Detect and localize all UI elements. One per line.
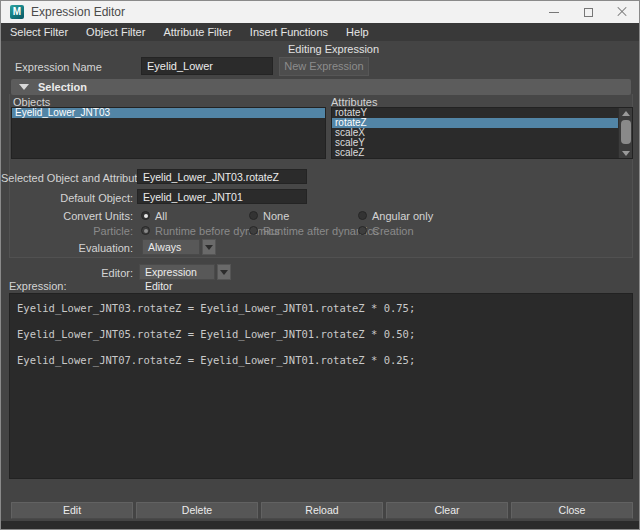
- attributes-list-item[interactable]: rotateY: [332, 108, 618, 118]
- scroll-down-button[interactable]: [619, 148, 633, 158]
- radio-runtime-before-dynamics: [141, 226, 150, 235]
- particle-label: Particle:: [1, 225, 133, 237]
- close-icon: [617, 7, 627, 17]
- radio-convert-angular-only[interactable]: [358, 211, 367, 220]
- scrollbar-thumb[interactable]: [621, 120, 631, 144]
- radio-convert-angular-only-label: Angular only: [372, 210, 433, 222]
- editor-label: Editor:: [1, 267, 133, 279]
- arrow-up-icon: [622, 111, 630, 116]
- default-object-input[interactable]: [137, 189, 307, 204]
- radio-creation: [358, 226, 367, 235]
- selection-section-header[interactable]: Selection: [11, 79, 631, 95]
- attributes-list-item[interactable]: scaleZ: [332, 148, 618, 158]
- editor-dropdown[interactable]: Expression Editor: [139, 264, 215, 280]
- expression-editor-window: M Expression Editor Select Filter Object…: [0, 0, 640, 530]
- maximize-icon: [584, 8, 593, 17]
- menu-bar: Select Filter Object Filter Attribute Fi…: [1, 23, 639, 41]
- radio-convert-none-label: None: [263, 210, 289, 222]
- convert-units-label: Convert Units:: [1, 210, 133, 222]
- edit-button[interactable]: Edit: [11, 502, 133, 519]
- menu-object-filter[interactable]: Object Filter: [77, 23, 154, 41]
- window-title: Expression Editor: [31, 5, 125, 19]
- clear-button[interactable]: Clear: [386, 502, 508, 519]
- default-object-label: Default Object:: [1, 192, 133, 204]
- attributes-scrollbar[interactable]: [618, 108, 632, 158]
- close-action-button[interactable]: Close: [511, 502, 633, 519]
- selected-object-attribute-label: Selected Object and Attribute:: [1, 172, 133, 184]
- attributes-list-item[interactable]: rotateZ: [332, 118, 618, 128]
- collapse-triangle-icon: [19, 84, 29, 90]
- close-button[interactable]: [605, 1, 639, 23]
- editing-expression-label: Editing Expression: [288, 43, 379, 55]
- expression-name-input[interactable]: [141, 57, 273, 75]
- maximize-button[interactable]: [571, 1, 605, 23]
- delete-button[interactable]: Delete: [136, 502, 258, 519]
- selected-object-attribute-input[interactable]: [137, 169, 307, 184]
- editor-dropdown-arrow[interactable]: [217, 264, 231, 280]
- radio-creation-label: Creation: [372, 225, 414, 237]
- evaluation-label: Evaluation:: [1, 242, 133, 254]
- maya-app-icon: M: [10, 5, 24, 19]
- chevron-down-icon: [205, 245, 213, 250]
- evaluation-dropdown-arrow[interactable]: [202, 239, 216, 255]
- minimize-icon: [549, 12, 559, 13]
- arrow-down-icon: [622, 151, 630, 156]
- minimize-button[interactable]: [537, 1, 571, 23]
- objects-list[interactable]: Eyelid_Lower_JNT03: [11, 107, 326, 159]
- window-controls: [537, 1, 639, 23]
- reload-button[interactable]: Reload: [261, 502, 383, 519]
- menu-help[interactable]: Help: [337, 23, 378, 41]
- menu-insert-functions[interactable]: Insert Functions: [241, 23, 337, 41]
- attributes-list-item[interactable]: scaleX: [332, 128, 618, 138]
- objects-list-item[interactable]: Eyelid_Lower_JNT03: [12, 108, 325, 118]
- menu-attribute-filter[interactable]: Attribute Filter: [154, 23, 240, 41]
- attributes-list-item[interactable]: scaleY: [332, 138, 618, 148]
- radio-convert-all-label: All: [155, 210, 167, 222]
- expression-label: Expression:: [9, 280, 66, 292]
- menu-select-filter[interactable]: Select Filter: [1, 23, 77, 41]
- radio-convert-all[interactable]: [141, 211, 150, 220]
- attributes-list[interactable]: rotateY rotateZ scaleX scaleY scaleZ: [331, 107, 633, 159]
- radio-convert-none[interactable]: [249, 211, 258, 220]
- title-bar: M Expression Editor: [1, 1, 639, 23]
- chevron-down-icon: [220, 270, 228, 275]
- selection-section-label: Selection: [38, 81, 87, 93]
- scroll-up-button[interactable]: [619, 108, 633, 118]
- radio-runtime-before-dynamics-label: Runtime before dynamics: [155, 225, 280, 237]
- evaluation-dropdown[interactable]: Always: [142, 239, 200, 255]
- expression-textarea[interactable]: Eyelid_Lower_JNT03.rotateZ = Eyelid_Lowe…: [9, 293, 633, 479]
- expression-name-label: Expression Name: [15, 61, 102, 73]
- bottom-strip: [1, 521, 639, 529]
- new-expression-button[interactable]: New Expression: [279, 57, 369, 76]
- radio-runtime-after-dynamics: [249, 226, 258, 235]
